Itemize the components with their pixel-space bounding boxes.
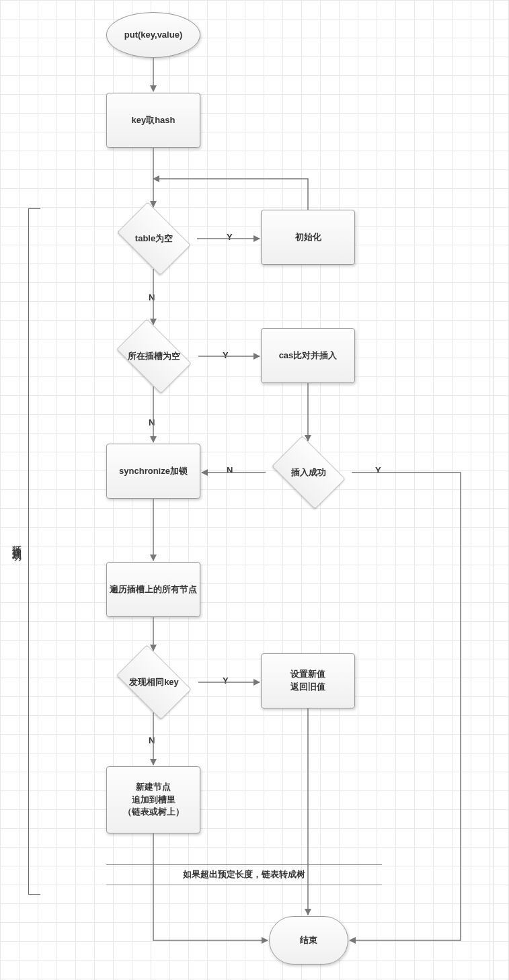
flow-arrows	[0, 0, 509, 980]
node-sync: synchronize加锁	[106, 444, 200, 499]
node-hash-label: key取hash	[131, 114, 175, 127]
node-treeify: 如果超出预定长度，链表转成树	[106, 868, 382, 881]
node-traverse-label: 遍历插槽上的所有节点	[110, 583, 197, 596]
loop-bracket-bottom	[28, 894, 40, 895]
node-treeify-label: 如果超出预定长度，链表转成树	[183, 869, 305, 879]
note-divider-top	[106, 864, 382, 865]
label-n-3: N	[227, 465, 233, 475]
node-slot-empty-label: 所在插槽为空	[128, 350, 180, 362]
node-table-empty: table为空	[111, 208, 197, 269]
label-y-2: Y	[223, 350, 229, 360]
node-end-label: 结束	[300, 934, 317, 947]
node-hash: key取hash	[106, 93, 200, 148]
note-divider-bottom	[106, 885, 382, 885]
loop-bracket-side	[28, 208, 29, 894]
node-append: 新建节点 追加到槽里 （链表或树上）	[106, 766, 200, 833]
loop-bracket-top	[28, 208, 40, 209]
node-append-label: 新建节点 追加到槽里 （链表或树上）	[123, 781, 184, 819]
node-set-return: 设置新值 返回旧值	[261, 653, 355, 708]
node-cas: cas比对并插入	[261, 328, 355, 383]
label-y-4: Y	[223, 676, 229, 686]
label-n-1: N	[149, 292, 155, 302]
node-end: 结束	[269, 916, 348, 965]
label-y-1: Y	[227, 232, 233, 242]
loop-caption: 循环直到成功	[11, 538, 23, 546]
node-insert-ok: 插入成功	[266, 442, 352, 503]
label-n-2: N	[149, 417, 155, 427]
node-set-return-label: 设置新值 返回旧值	[290, 668, 325, 694]
node-same-key: 发现相同key	[110, 652, 198, 712]
right-margin-line	[493, 0, 494, 980]
node-start: put(key,value)	[106, 12, 200, 58]
node-init-label: 初始化	[295, 231, 321, 244]
label-y-3: Y	[375, 465, 381, 475]
node-table-empty-label: table为空	[135, 233, 173, 245]
node-slot-empty: 所在插槽为空	[110, 326, 198, 386]
node-start-label: put(key,value)	[124, 29, 182, 42]
label-n-4: N	[149, 735, 155, 745]
node-insert-ok-label: 插入成功	[291, 466, 326, 479]
node-same-key-label: 发现相同key	[129, 676, 179, 688]
node-traverse: 遍历插槽上的所有节点	[106, 562, 200, 617]
node-init: 初始化	[261, 210, 355, 265]
node-cas-label: cas比对并插入	[279, 350, 338, 362]
node-sync-label: synchronize加锁	[119, 465, 188, 478]
